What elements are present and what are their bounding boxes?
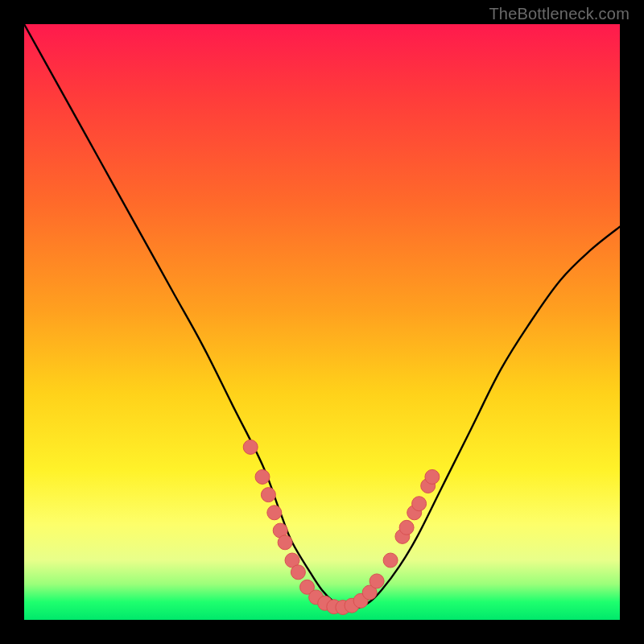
curve-marker	[255, 469, 270, 484]
curve-markers	[243, 440, 440, 614]
curve-marker	[261, 488, 275, 502]
curve-marker	[412, 497, 427, 511]
curve-marker	[278, 535, 292, 550]
bottleneck-curve	[24, 24, 620, 609]
curve-marker	[425, 469, 440, 484]
curve-marker	[383, 553, 398, 568]
curve-marker	[291, 565, 305, 580]
curve-marker	[399, 520, 414, 535]
curve-marker	[369, 574, 384, 588]
watermark-text: TheBottleneck.com	[489, 5, 630, 23]
chart-frame: TheBottleneck.com	[0, 0, 644, 644]
curve-marker	[267, 506, 282, 520]
chart-svg	[24, 24, 620, 620]
plot-area	[24, 24, 620, 620]
curve-marker	[243, 440, 258, 454]
